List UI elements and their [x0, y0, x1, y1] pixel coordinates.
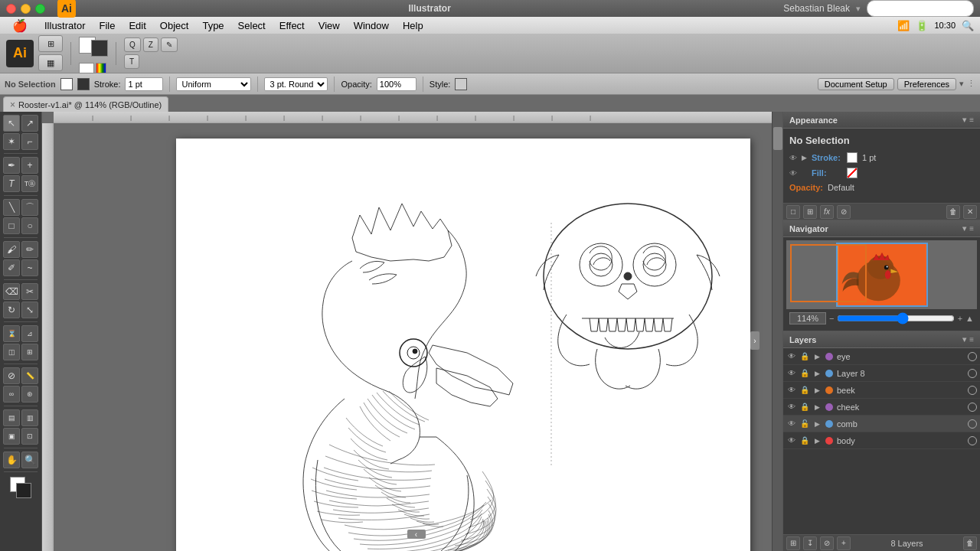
- fill-color-swatch[interactable]: [847, 168, 858, 178]
- smooth-tool[interactable]: ~: [21, 259, 38, 276]
- appearance-menu-icon[interactable]: ≡: [969, 116, 974, 124]
- lasso-tool[interactable]: ⌐: [21, 133, 38, 150]
- layer-vis-comb[interactable]: 👁: [786, 419, 797, 429]
- layer-lock-body[interactable]: 🔒: [799, 435, 810, 446]
- add-anchor-tool[interactable]: +: [21, 157, 38, 174]
- maximize-button[interactable]: [35, 4, 45, 14]
- layer-vis-beek[interactable]: 👁: [786, 385, 797, 396]
- layer-row-comb[interactable]: 👁 🔓 ▶ comb: [783, 416, 980, 432]
- navigator-collapse-icon[interactable]: ▾: [962, 224, 966, 233]
- stroke-color-swatch[interactable]: [847, 152, 858, 163]
- scroll-down-arrow[interactable]: ‹: [407, 530, 426, 539]
- scrollbar-thumb[interactable]: [773, 127, 782, 150]
- navigator-menu-icon[interactable]: ≡: [969, 224, 974, 233]
- gradient-tool[interactable]: ◫: [3, 344, 20, 360]
- magic-wand-tool[interactable]: ✶: [3, 133, 20, 150]
- layer-lock-beek[interactable]: 🔒: [799, 385, 810, 396]
- layer-expand-eye[interactable]: ▶: [812, 351, 822, 362]
- tool-btn-4[interactable]: T: [124, 54, 139, 69]
- menu-select[interactable]: Select: [232, 18, 272, 33]
- layer-target-beek[interactable]: [968, 386, 977, 395]
- layers-make-sublayer-btn[interactable]: ⊞: [786, 536, 800, 550]
- menu-file[interactable]: File: [93, 18, 121, 33]
- layer-lock-layer8[interactable]: 🔒: [799, 368, 810, 379]
- minimize-button[interactable]: [21, 4, 31, 14]
- fill-color-swatch[interactable]: [60, 78, 73, 90]
- style-swatch[interactable]: [455, 78, 467, 90]
- stroke-width-input[interactable]: 1 pt: [125, 77, 163, 91]
- stroke-expand-icon[interactable]: ▶: [802, 154, 807, 161]
- layer-expand-body[interactable]: ▶: [812, 435, 822, 446]
- nav-zoom-out-icon[interactable]: −: [829, 314, 834, 323]
- appearance-panel-header[interactable]: Appearance ▾ ≡: [783, 112, 980, 129]
- menu-view[interactable]: View: [312, 18, 346, 33]
- menu-help[interactable]: Help: [397, 18, 430, 33]
- user-dropdown-icon[interactable]: ▾: [856, 4, 861, 14]
- layer-target-layer8[interactable]: [968, 369, 977, 378]
- stroke-color-swatch[interactable]: [77, 78, 90, 90]
- pen-tool[interactable]: ✒: [3, 157, 20, 174]
- appearance-delete-btn[interactable]: 🗑: [946, 205, 960, 219]
- stroke-type-select[interactable]: Uniform Width Profile 1: [176, 77, 251, 91]
- appearance-collapse-icon[interactable]: ▾: [962, 116, 966, 124]
- appearance-extra-btn[interactable]: ✕: [963, 205, 977, 219]
- layer-target-body[interactable]: [968, 436, 977, 445]
- fill-none-swatch[interactable]: [79, 63, 94, 73]
- appearance-fx-btn[interactable]: fx: [820, 205, 834, 219]
- navigator-thumbnail[interactable]: [786, 240, 977, 309]
- layer-expand-layer8[interactable]: ▶: [812, 368, 822, 379]
- search-input[interactable]: [867, 0, 974, 17]
- background-color[interactable]: [16, 483, 31, 498]
- navigator-panel-header[interactable]: Navigator ▾ ≡: [783, 220, 980, 237]
- layers-template-btn[interactable]: ⊘: [820, 536, 834, 550]
- navigator-zoom-input[interactable]: 114%: [789, 312, 826, 324]
- type-tool[interactable]: T: [3, 175, 20, 192]
- doc-setup-button[interactable]: Document Setup: [818, 78, 894, 90]
- layers-delete-btn[interactable]: 🗑: [963, 536, 977, 550]
- selection-tool[interactable]: ↖: [3, 115, 20, 132]
- line-tool[interactable]: ╲: [3, 199, 20, 216]
- layer-lock-eye[interactable]: 🔒: [799, 351, 810, 362]
- layers-panel-header[interactable]: Layers ▾ ≡: [783, 331, 980, 348]
- mesh-tool[interactable]: ⊞: [21, 344, 38, 360]
- scissors-tool[interactable]: ✂: [21, 283, 38, 300]
- menu-window[interactable]: Window: [348, 18, 395, 33]
- layer-row-beek[interactable]: 👁 🔒 ▶ beek: [783, 382, 980, 399]
- layer-expand-cheek[interactable]: ▶: [812, 402, 822, 412]
- bar-chart-tool[interactable]: ▥: [21, 409, 38, 426]
- menu-edit[interactable]: Edit: [122, 18, 152, 33]
- opts-extra-icon[interactable]: ⋮: [967, 79, 975, 89]
- workspace-button[interactable]: ⊞: [38, 35, 63, 52]
- slice-tool[interactable]: ⊡: [21, 428, 38, 445]
- layer-row-cheek[interactable]: 👁 🔒 ▶ cheek: [783, 399, 980, 416]
- eyedropper-tool[interactable]: ⊘: [3, 367, 20, 384]
- layers-new-layer-btn[interactable]: +: [837, 536, 851, 550]
- layers-menu-icon[interactable]: ≡: [969, 335, 974, 344]
- apple-menu[interactable]: 🍎: [6, 17, 34, 34]
- layer-target-cheek[interactable]: [968, 403, 977, 412]
- layer-vis-body[interactable]: 👁: [786, 435, 797, 446]
- eraser-tool[interactable]: ⌫: [3, 283, 20, 300]
- menu-effect[interactable]: Effect: [273, 18, 311, 33]
- document-tab[interactable]: × Rooster-v1.ai* @ 114% (RGB/Outline): [3, 96, 168, 112]
- layer-row-body[interactable]: 👁 🔒 ▶ body: [783, 432, 980, 449]
- tool-btn-1[interactable]: Q: [124, 37, 141, 52]
- ellipse-tool[interactable]: ○: [21, 217, 38, 234]
- width-tool[interactable]: ⊿: [21, 325, 38, 342]
- nav-zoom-in-icon[interactable]: +: [958, 314, 962, 323]
- menu-type[interactable]: Type: [196, 18, 230, 33]
- arc-tool[interactable]: ⌒: [21, 199, 38, 216]
- rotate-tool[interactable]: ↻: [3, 302, 20, 318]
- paintbrush-tool[interactable]: 🖌: [3, 241, 20, 258]
- direct-selection-tool[interactable]: ↗: [21, 115, 38, 132]
- tool-btn-3[interactable]: ✎: [161, 37, 178, 52]
- layer-row-eye[interactable]: 👁 🔒 ▶ eye: [783, 348, 980, 365]
- search-icon-menu[interactable]: 🔍: [962, 20, 974, 31]
- scroll-right-arrow[interactable]: ›: [750, 331, 760, 350]
- symbol-tool[interactable]: ⊛: [21, 386, 38, 403]
- vertical-scrollbar[interactable]: [772, 112, 782, 551]
- hand-tool[interactable]: ✋: [3, 452, 20, 468]
- layers-move-btn[interactable]: ↧: [803, 536, 817, 550]
- tool-btn-2[interactable]: Z: [143, 37, 158, 52]
- layer-lock-comb[interactable]: 🔓: [799, 419, 810, 429]
